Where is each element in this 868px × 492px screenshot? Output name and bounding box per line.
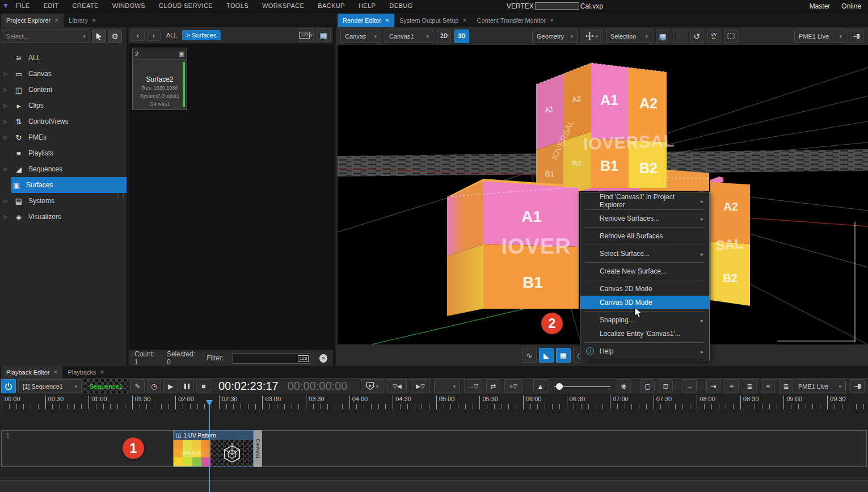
context-menu-item[interactable]: Remove Surfaces...▸ <box>580 212 709 225</box>
add-track-below-button[interactable]: ≣ <box>779 379 793 393</box>
nav-back-button[interactable]: ‹ <box>131 30 145 41</box>
context-menu-item[interactable]: Create New Surface... <box>580 264 709 278</box>
previous-cue-button[interactable]: ▽◀ <box>387 379 407 393</box>
tree-item-systems[interactable]: ▷▤Systems <box>0 193 127 209</box>
tab-system-output-setup[interactable]: System Output Setup × <box>394 14 472 27</box>
tab-playback-editor[interactable]: Playback Editor × <box>1 366 62 378</box>
numeric-filter-icon[interactable]: 123 <box>298 355 309 362</box>
context-menu-item[interactable]: Find 'Canvas1' in Project Explorer▸ <box>580 194 709 208</box>
add-track-above-button[interactable]: ≡ <box>761 379 775 393</box>
sequence-chip[interactable]: Sequence1 <box>84 379 128 393</box>
crop-tool-button[interactable] <box>724 30 738 43</box>
align-center-button[interactable]: ≡ <box>724 379 739 393</box>
close-icon[interactable]: × <box>54 16 58 24</box>
menu-item-help[interactable]: HELP <box>359 2 376 9</box>
tree-item-all[interactable]: ≋ALL <box>0 50 127 66</box>
stretch-clip-button[interactable]: ↔ <box>682 379 697 393</box>
context-menu-item[interactable]: Localize Entity 'Canvas1'... <box>580 327 709 340</box>
pme-live-dropdown[interactable]: PME1 Live ▾ <box>794 380 846 393</box>
close-icon[interactable]: × <box>92 16 96 24</box>
breadcrumb-surfaces[interactable]: > Surfaces <box>182 30 221 40</box>
clear-filter-button[interactable]: × <box>319 354 327 363</box>
context-menu-item[interactable]: Canvas 3D Mode <box>580 296 709 309</box>
close-icon[interactable]: × <box>550 16 554 24</box>
zoom-slider[interactable] <box>554 386 610 387</box>
sort-123-button[interactable]: 123 ▾ <box>298 28 314 42</box>
tab-content-transfer-monitor[interactable]: Content Transfer Monitor × <box>471 14 559 27</box>
menu-item-debug[interactable]: DEBUG <box>389 2 412 9</box>
tree-item-content[interactable]: ▷◫Content <box>0 82 127 98</box>
mode-2d-button[interactable]: 2D <box>437 30 451 43</box>
menu-item-windows[interactable]: WINDOWS <box>112 2 145 9</box>
expand-arrow-icon[interactable]: ▷ <box>2 119 9 124</box>
sequence-dropdown[interactable]: [1] Sequence1 ▾ <box>18 379 82 393</box>
expand-arrow-icon[interactable]: ▷ <box>2 71 9 77</box>
fit-selection-button[interactable]: ⊡ <box>659 379 673 393</box>
menu-item-cloud-service[interactable]: CLOUD SERVICE <box>159 2 213 9</box>
close-icon[interactable]: × <box>385 16 389 24</box>
expand-arrow-icon[interactable]: ▷ <box>2 87 9 92</box>
pause-button[interactable] <box>180 379 194 393</box>
pointer-tool-button[interactable] <box>92 30 106 43</box>
tree-item-visualizers[interactable]: ▷◈Visualizers <box>0 209 127 225</box>
canvas-select-dropdown[interactable]: Canvas1 ▾ <box>385 30 433 43</box>
move-tool-button[interactable]: ▾ <box>581 30 602 43</box>
cue-mode-button[interactable]: ▾ <box>361 379 384 393</box>
pin-panel-button[interactable] <box>850 379 865 393</box>
expand-arrow-icon[interactable]: ▷ <box>2 166 9 172</box>
context-menu-item[interactable]: iHelp▸ <box>580 344 709 358</box>
tab-playbacks[interactable]: Playbacks × <box>62 366 109 378</box>
tab-library[interactable]: Library × <box>64 14 101 27</box>
vertex-snap-button[interactable]: ∴ <box>673 30 686 43</box>
goto-cue-button[interactable]: →▽ <box>464 379 482 393</box>
next-cue-button[interactable]: ▶▽ <box>411 379 430 393</box>
expand-arrow-icon[interactable]: ▷ <box>2 214 9 220</box>
menu-item-workspace[interactable]: WORKSPACE <box>262 2 304 9</box>
tree-item-surfaces[interactable]: ▷▣Surfaces <box>11 177 127 193</box>
canvas-type-dropdown[interactable]: Canvas ▾ <box>340 30 381 43</box>
rotate-tool-button[interactable]: ↺ <box>690 30 703 43</box>
tree-item-canvas[interactable]: ▷▭Canvas <box>0 66 127 82</box>
tree-item-playlists[interactable]: ≡Playlists <box>0 145 127 161</box>
edit-sequence-button[interactable]: ✎ <box>130 379 145 393</box>
slider-knob[interactable] <box>556 383 563 390</box>
menu-item-edit[interactable]: EDIT <box>44 2 59 9</box>
shading-mode-button[interactable]: ◣ <box>539 348 554 363</box>
grid-view-button[interactable]: ▦ <box>316 28 331 42</box>
tree-item-clips[interactable]: ▷▸Clips <box>0 98 127 113</box>
timeline-clip[interactable]: ◫ 1 UV-Pattern IOVERSAL <box>173 430 254 467</box>
tab-project-explorer[interactable]: Project Explorer × <box>1 14 64 27</box>
surface-card[interactable]: 2 ▣ Surface2 Res: 1920,1080 System2.Outp… <box>132 48 187 110</box>
context-menu-item[interactable]: Select Surface...▸ <box>580 247 709 260</box>
nav-forward-button[interactable]: › <box>147 30 161 41</box>
context-menu-item[interactable]: Snapping...▸ <box>580 313 709 327</box>
insert-time-button[interactable]: ⇥ <box>706 379 720 393</box>
playback-power-button[interactable] <box>1 379 16 393</box>
menu-item-file[interactable]: FILE <box>16 2 30 9</box>
grid-toggle-button[interactable]: ▦ <box>556 348 571 363</box>
grid-snap-button[interactable]: ▦ <box>656 30 669 43</box>
align-stack-button[interactable]: ≣ <box>743 379 757 393</box>
macro-button[interactable]: ❀ <box>617 379 631 393</box>
settings-button[interactable]: ⚙ <box>108 30 122 43</box>
tree-item-sequences[interactable]: ▷◢Sequences <box>0 161 127 177</box>
timeline-ruler[interactable]: 00:0000:3001:0001:3002:0002:3003:0003:30… <box>0 394 868 413</box>
tab-render-editor[interactable]: Render Editor × <box>338 14 394 27</box>
mode-3d-button[interactable]: 3D <box>454 30 469 43</box>
menu-item-create[interactable]: CREATE <box>73 2 99 9</box>
breadcrumb-all[interactable]: ALL <box>166 32 178 39</box>
context-menu-item[interactable]: Canvas 2D Mode <box>580 282 709 296</box>
menu-item-backup[interactable]: BACKUP <box>318 2 345 9</box>
play-button[interactable]: ▶ <box>163 379 178 393</box>
expand-arrow-icon[interactable]: ▷ <box>2 198 9 204</box>
online-label[interactable]: Online <box>841 2 861 10</box>
close-icon[interactable]: × <box>100 368 104 376</box>
menu-item-tools[interactable]: TOOLS <box>226 2 248 9</box>
master-label[interactable]: Master <box>810 2 831 10</box>
pme-live-dropdown[interactable]: PME1 Live ▾ <box>794 30 846 43</box>
tree-item-pmes[interactable]: ▷↻PMEs <box>0 129 127 145</box>
context-menu-item[interactable]: Remove All Surfaces <box>580 229 709 243</box>
geometry-dropdown[interactable]: Geometry ▾ <box>532 30 578 43</box>
fit-view-button[interactable]: ▢ <box>641 379 655 393</box>
performance-button[interactable]: ∿ <box>522 348 537 363</box>
